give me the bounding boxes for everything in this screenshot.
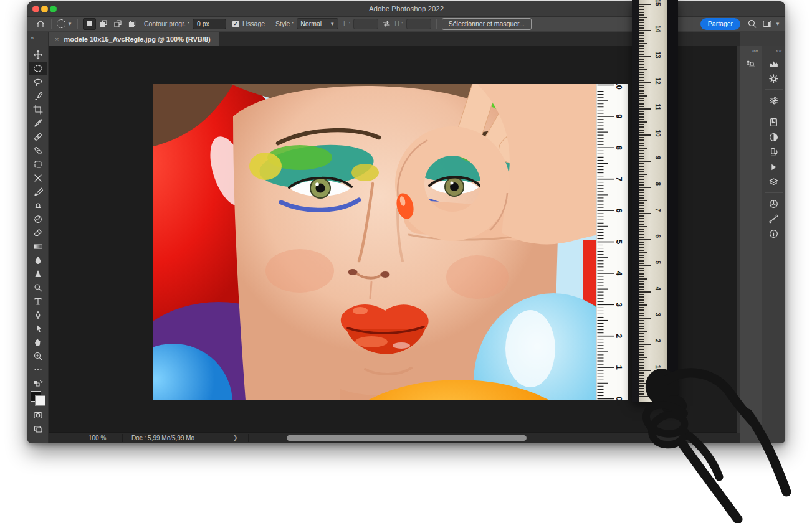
paths-panel-button[interactable] (763, 211, 785, 226)
chevron-down-icon[interactable]: ▼ (775, 21, 780, 27)
share-button[interactable]: Partager (700, 18, 740, 30)
edit-toolbar[interactable] (29, 363, 47, 377)
add-to-selection-button[interactable] (97, 18, 110, 30)
tab-close-icon[interactable]: × (55, 35, 59, 43)
style-select[interactable]: Normal ▼ (297, 18, 338, 29)
toolbar-overflow-chevron[interactable]: » (27, 32, 49, 46)
adjustments-panel-button[interactable] (763, 130, 785, 144)
lasso-tool[interactable] (29, 75, 47, 89)
ruler-tick (639, 229, 644, 230)
sharpen-tool[interactable] (29, 267, 47, 281)
screen-mode-button[interactable] (29, 422, 47, 436)
history-brush-tool[interactable] (29, 212, 47, 226)
brush-tool[interactable] (29, 185, 47, 199)
ruler-tick (639, 184, 644, 186)
layers-panel-button[interactable] (763, 174, 785, 189)
navigator-panel-button[interactable] (763, 71, 785, 86)
elliptical-marquee-preview-icon[interactable] (57, 19, 65, 28)
healing-brush-tool[interactable] (29, 144, 47, 158)
ruler-tick (639, 313, 644, 314)
document-image[interactable]: 012345678910 (153, 84, 628, 400)
search-icon[interactable] (747, 18, 758, 29)
properties-panel-button[interactable] (763, 93, 785, 108)
new-selection-button[interactable] (83, 18, 96, 30)
width-input[interactable] (353, 19, 378, 29)
chevron-down-icon: ▼ (330, 21, 335, 27)
height-input[interactable] (406, 19, 431, 29)
ruler-tick (639, 82, 651, 83)
subtract-from-selection-button[interactable] (112, 18, 125, 30)
move-tool[interactable] (29, 48, 47, 62)
ruler-number: 12 (654, 78, 661, 87)
height-label: H : (394, 20, 403, 27)
histogram-panel-button[interactable] (763, 56, 785, 71)
workspace-icon[interactable] (762, 18, 773, 29)
ruler-tick (639, 352, 644, 353)
intersect-selection-button[interactable] (126, 18, 139, 30)
clone-source-panel-button[interactable] (740, 56, 762, 71)
ruler-tick (639, 9, 644, 10)
ruler-tick (639, 205, 644, 206)
svg-text:8: 8 (614, 146, 624, 150)
ruler-tick (639, 182, 644, 183)
elliptical-marquee-tool[interactable] (29, 62, 47, 75)
ruler-number: 1 (654, 365, 661, 374)
eyedropper-tool[interactable] (29, 116, 47, 130)
feather-input[interactable]: 0 px (193, 19, 226, 29)
color-controls (29, 378, 47, 436)
select-and-mask-button[interactable]: Sélectionner et masquer... (442, 18, 532, 30)
eraser-tool[interactable] (29, 226, 47, 240)
collapse-panel-chevron[interactable]: «« (752, 48, 758, 54)
info-panel-button[interactable] (763, 226, 785, 241)
separator (248, 434, 249, 442)
home-icon[interactable] (35, 18, 46, 29)
zoom-level[interactable]: 100 % (88, 435, 106, 441)
status-bar: 100 % Doc : 5,99 Mo/5,99 Mo ❯ (49, 432, 740, 443)
ruler-tick (639, 77, 644, 78)
ruler-tick (639, 215, 644, 217)
zoom-tool[interactable] (29, 349, 47, 363)
color-panel-button[interactable] (763, 196, 785, 211)
chevron-down-icon[interactable]: ▼ (67, 21, 72, 27)
libraries-panel-button[interactable] (763, 115, 785, 130)
ruler-tick (639, 318, 651, 319)
hand-tool[interactable] (29, 336, 47, 349)
ruler-tick (639, 250, 644, 251)
document-tab[interactable]: × modele 10x15_AvcRegle.jpg @ 100% (RVB/… (49, 32, 219, 46)
ruler-tick (639, 90, 644, 92)
pattern-stamp-tool[interactable] (29, 158, 47, 171)
background-color-swatch[interactable] (35, 395, 45, 406)
ruler-tick (639, 200, 647, 201)
gradient-tool[interactable] (29, 240, 47, 253)
clone-stamp-tool[interactable] (29, 199, 47, 212)
spot-healing-brush-tool[interactable] (29, 130, 47, 144)
history-panel-button[interactable] (763, 144, 785, 159)
quick-selection-tool[interactable] (29, 89, 47, 103)
actions-panel-button[interactable] (763, 159, 785, 174)
ruler-tick (639, 30, 651, 31)
path-selection-tool[interactable] (29, 322, 47, 336)
ruler-tick (639, 328, 644, 329)
ruler-tick (639, 192, 644, 193)
pen-tool[interactable] (29, 308, 47, 322)
ruler-tick (639, 100, 644, 101)
slice-tool[interactable] (29, 171, 47, 185)
quick-mask-button[interactable] (29, 408, 47, 422)
dodge-tool[interactable] (29, 281, 47, 294)
crop-tool[interactable] (29, 103, 47, 116)
ruler-tick (639, 221, 644, 222)
smoothing-checkbox[interactable]: ✓ (232, 21, 239, 27)
ruler-tick (639, 6, 644, 7)
collapse-panel-chevron[interactable]: «« (776, 48, 782, 54)
ruler-tick (639, 197, 644, 199)
horizontal-scrollbar-thumb[interactable] (287, 435, 527, 441)
default-swap-colors-icon[interactable] (32, 378, 44, 389)
status-expand-chevron[interactable]: ❯ (233, 435, 238, 441)
blur-tool[interactable] (29, 253, 47, 267)
svg-text:7: 7 (614, 177, 624, 181)
ruler-right-edge (667, 0, 678, 402)
ruler-tick (639, 43, 647, 44)
ruler-number: 6 (654, 235, 661, 243)
type-tool[interactable] (29, 294, 47, 308)
swap-dimensions-icon[interactable] (381, 18, 392, 29)
